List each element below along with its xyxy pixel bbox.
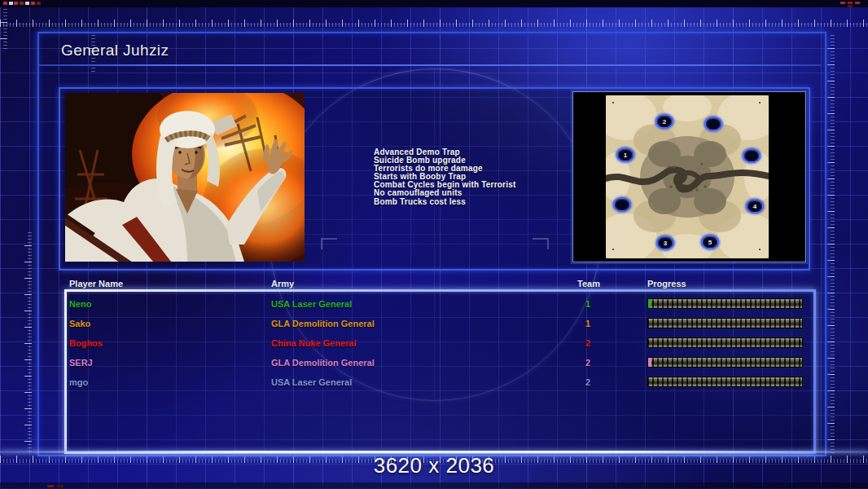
ruler-right (827, 33, 835, 453)
player-team: 1 (578, 299, 598, 309)
player-team: 2 (578, 338, 598, 348)
title-underline (39, 64, 822, 66)
ruler-top (0, 20, 868, 27)
column-header-team: Team (577, 279, 600, 289)
spawn-marker: 2 (655, 114, 674, 130)
progress-track (648, 338, 802, 347)
page-title: General Juhziz (61, 42, 169, 59)
map-preview-image: 2 1 4 3 5 (606, 95, 769, 258)
player-team: 1 (578, 319, 598, 328)
player-army: GLA Demolition General (271, 319, 375, 328)
spawn-marker-label: 1 (624, 152, 627, 158)
top-strip (0, 0, 868, 7)
player-row: mgo USA Laser General 2 (64, 372, 811, 392)
spawn-marker: 3 (656, 236, 675, 251)
player-name: Boghos (69, 338, 103, 348)
player-name: SERJ (69, 358, 93, 368)
progress-bar (647, 298, 803, 309)
map-preview-panel: 2 1 4 3 5 (572, 91, 806, 262)
column-header-progress: Progress (647, 279, 686, 289)
ability-item: Bomb Trucks cost less (374, 198, 515, 206)
spawn-marker-label: 5 (708, 239, 712, 245)
player-name: mgo (69, 377, 88, 387)
progress-track (648, 319, 802, 328)
progress-track (648, 377, 802, 386)
progress-bar (647, 377, 803, 387)
player-name: Neno (69, 299, 92, 309)
progress-bar (647, 337, 803, 348)
map-size-label: 3620 x 2036 (0, 453, 868, 478)
map-art (606, 95, 769, 258)
spawn-marker-label: 2 (663, 118, 666, 125)
spawn-marker: 4 (746, 199, 765, 214)
spawn-marker: 1 (616, 148, 635, 163)
progress-bar (647, 357, 803, 368)
column-header-player-name: Player Name (69, 279, 123, 289)
micro-markings-right (840, 2, 845, 4)
ruler-corner (0, 7, 7, 49)
spawn-marker (613, 197, 632, 213)
player-team: 2 (578, 377, 598, 387)
player-row: Boghos China Nuke General 2 (64, 333, 811, 353)
progress-track (648, 358, 802, 367)
progress-fill (648, 299, 651, 308)
player-row: SERJ GLA Demolition General 2 (64, 353, 811, 372)
spawn-marker (704, 117, 723, 132)
player-army: USA Laser General (271, 377, 352, 387)
micro-markings-left (3, 2, 7, 5)
player-army: USA Laser General (271, 299, 352, 309)
player-army: GLA Demolition General (271, 358, 375, 368)
abilities-list: Advanced Demo Trap Suicide Bomb upgrade … (374, 148, 515, 206)
column-header-army: Army (271, 279, 294, 289)
portrait-art (65, 93, 305, 262)
spawn-marker-label: 3 (664, 240, 667, 246)
progress-bar (647, 318, 803, 328)
spawn-marker-label: 4 (753, 203, 756, 209)
player-row: Neno USA Laser General 1 (64, 294, 811, 314)
spawn-marker (743, 148, 761, 164)
general-portrait (65, 93, 305, 262)
player-team: 2 (578, 358, 598, 368)
progress-fill (648, 358, 651, 367)
spawn-marker: 5 (701, 235, 720, 250)
player-name: Sako (69, 319, 90, 328)
player-row: Sako GLA Demolition General 1 (64, 314, 811, 333)
bottom-strip (0, 482, 868, 489)
player-army: China Nuke General (271, 338, 357, 348)
ruler-left (24, 230, 32, 453)
progress-track (648, 299, 802, 308)
micro-markings-bottom-left (47, 485, 54, 487)
